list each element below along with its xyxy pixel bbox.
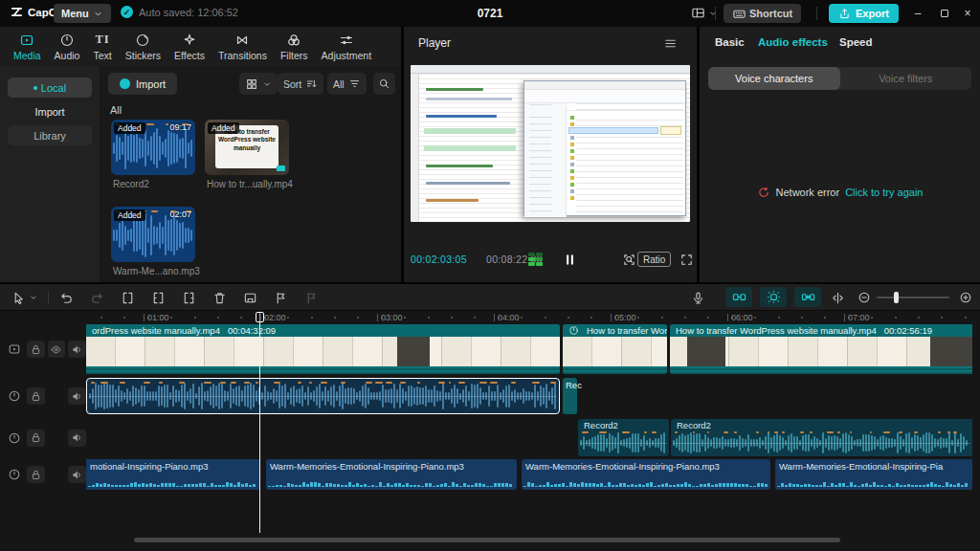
marker-button[interactable]	[270, 288, 291, 307]
sidebar-item-import[interactable]: Import	[8, 101, 92, 121]
timeline-zoom-slider[interactable]	[877, 297, 949, 298]
timeline-horizontal-scrollbar[interactable]	[134, 538, 840, 542]
record-voiceover-button[interactable]	[687, 288, 708, 307]
audio-icon	[59, 33, 75, 48]
linked-clips-icon	[801, 290, 815, 304]
thumbnail-dark-cell	[930, 337, 972, 366]
voice-characters-segment[interactable]: Voice characters	[708, 67, 840, 90]
playhead-handle[interactable]	[256, 312, 264, 322]
media-item-record2[interactable]: Added 09:17	[111, 120, 195, 175]
music-clip[interactable]: Warm-Memories-Emotional-Inspiring-Piano.…	[266, 459, 517, 490]
undo-button[interactable]	[56, 288, 77, 307]
waveform	[580, 431, 667, 454]
tab-speed[interactable]: Speed	[834, 35, 879, 49]
zoom-out-button[interactable]	[854, 288, 875, 307]
preview-axis-button[interactable]	[827, 288, 848, 307]
tab-filters[interactable]: Filters	[275, 31, 314, 63]
magnifier-frame-icon	[622, 253, 636, 267]
video-clip[interactable]: How to transfer WordPress website manual…	[670, 324, 972, 374]
media-sidebar: Local Import Library	[0, 66, 100, 282]
ratio-button[interactable]: Ratio	[637, 252, 671, 267]
tab-basic[interactable]: Basic	[709, 35, 750, 49]
maximize-icon	[941, 10, 948, 17]
flag-icon	[274, 291, 288, 305]
pause-button[interactable]	[557, 252, 583, 268]
view-mode-button[interactable]	[239, 73, 278, 95]
playhead[interactable]	[259, 312, 260, 533]
tab-media[interactable]: Media	[8, 31, 47, 63]
select-tool-button[interactable]	[8, 288, 29, 307]
transitions-icon	[234, 33, 250, 48]
video-clip[interactable]: ordPress website manually.mp4 00:04:32:0…	[86, 324, 560, 374]
video-clip[interactable]: How to transfer Wor	[563, 324, 667, 374]
sidebar-item-local[interactable]: Local	[8, 77, 92, 98]
layout-button[interactable]	[685, 5, 724, 21]
media-item-name: Warm-Me...ano.mp3	[113, 266, 201, 276]
select-tool-dropdown[interactable]	[27, 288, 40, 307]
media-item-warm-memories[interactable]: Added 02:07	[111, 207, 195, 262]
tab-audio[interactable]: Audio	[49, 31, 86, 63]
zoom-slider-handle[interactable]	[894, 292, 899, 303]
tab-effects[interactable]: Effects	[168, 31, 211, 63]
magnetic-toggle[interactable]	[725, 287, 752, 307]
retry-link[interactable]: Click to try again	[845, 187, 923, 198]
clip-label: ordPress website manually.mp4	[92, 325, 220, 336]
tab-adjustment[interactable]: Adjustment	[316, 31, 378, 63]
code-decoration	[424, 128, 516, 134]
filter-button[interactable]: All	[327, 73, 367, 95]
player-menu-button[interactable]	[657, 35, 683, 52]
clip-label: Warm-Memories-Emotional-Inspiring-Piano.…	[266, 459, 517, 472]
tab-text[interactable]: TI Text	[87, 31, 117, 63]
media-item-name: How to tr...ually.mp4	[207, 179, 295, 189]
sidebar-item-library[interactable]: Library	[8, 125, 92, 145]
audio-clip-record2[interactable]: Record2	[578, 419, 669, 456]
audio-clip-record2[interactable]: Record2	[671, 419, 972, 456]
media-item-video[interactable]: Added How to transfer WordPress website …	[205, 120, 289, 175]
close-button[interactable]: ×	[957, 5, 978, 22]
tab-transitions[interactable]: Transitions	[212, 31, 273, 63]
export-button[interactable]: Export	[829, 4, 899, 23]
trim-right-button[interactable]	[178, 288, 199, 307]
freeze-frame-button[interactable]	[239, 288, 260, 307]
clip-label: Warm-Memories-Emotional-Inspiring-Pia	[775, 459, 972, 472]
voice-filters-segment[interactable]: Voice filters	[840, 67, 972, 90]
music-clip[interactable]: motional-Inspiring-Piano.mp3	[86, 459, 260, 490]
fullscreen-button[interactable]	[674, 252, 700, 268]
trim-left-button[interactable]	[147, 288, 168, 307]
video-preview[interactable]	[411, 65, 690, 222]
link-selection-toggle[interactable]	[794, 287, 821, 307]
code-decoration	[426, 88, 483, 91]
music-clip[interactable]: Warm-Memories-Emotional-Inspiring-Pia	[775, 459, 972, 490]
zoom-in-button[interactable]	[955, 288, 976, 307]
search-button[interactable]	[373, 73, 395, 95]
text-icon: TI	[96, 33, 110, 48]
music-clip[interactable]: Warm-Memories-Emotional-Inspiring-Piano.…	[522, 459, 770, 490]
microphone-icon	[691, 291, 705, 305]
autosave-status: ✓ Auto saved: 12:06:52	[121, 6, 238, 18]
delete-button[interactable]	[209, 288, 230, 307]
waveform	[673, 431, 970, 454]
import-button[interactable]: Import	[108, 73, 177, 95]
timeline-toolbar	[0, 284, 980, 311]
split-button[interactable]	[117, 288, 138, 307]
tab-stickers[interactable]: Stickers	[120, 31, 167, 63]
audio-clip-selected[interactable]	[86, 378, 560, 414]
sort-button[interactable]: Sort	[278, 73, 323, 95]
tab-audio-effects[interactable]: Audio effects	[752, 35, 834, 49]
filmstrip	[670, 337, 972, 366]
menu-button[interactable]: Menu	[54, 4, 111, 23]
section-label: All	[110, 104, 122, 116]
export-icon	[838, 8, 851, 20]
maximize-button[interactable]	[934, 5, 955, 22]
explorer-file-icons-decoration	[570, 116, 574, 120]
marker-secondary-button[interactable]	[301, 288, 322, 307]
minimize-button[interactable]: –	[907, 5, 928, 22]
audio-clip[interactable]: Rec	[563, 378, 577, 414]
capcut-window: CapCut Menu ✓ Auto saved: 12:06:52 0721 …	[0, 0, 980, 551]
divider	[48, 291, 49, 304]
duration-badge: 02:07	[169, 209, 191, 219]
auto-snap-toggle[interactable]	[760, 287, 787, 307]
shortcut-button[interactable]: Shortcut	[724, 4, 801, 23]
redo-button[interactable]	[86, 288, 107, 307]
waveform-line	[268, 481, 515, 487]
